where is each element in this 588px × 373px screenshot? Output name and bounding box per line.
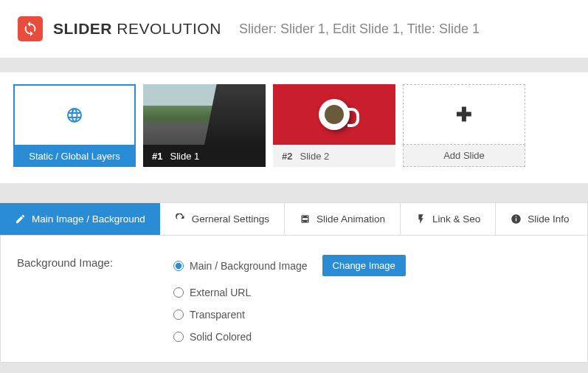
- tab-main-image[interactable]: Main Image / Background: [0, 203, 160, 235]
- plus-icon: ✚: [456, 103, 472, 126]
- slide-card-2[interactable]: #2 Slide 2: [273, 84, 395, 167]
- refresh-icon: [175, 213, 186, 225]
- slide-title: Slide 1: [170, 151, 199, 162]
- radio-main-image[interactable]: Main / Background Image Change Image: [173, 255, 406, 276]
- radio-transparent-input[interactable]: [173, 309, 184, 320]
- radio-main-input[interactable]: [173, 261, 184, 271]
- radio-label: Transparent: [190, 309, 245, 321]
- slide-number: #2: [282, 151, 292, 162]
- brand-title: SLIDER REVOLUTION: [53, 20, 221, 38]
- radio-label: Main / Background Image: [190, 260, 308, 272]
- add-slide-card[interactable]: ✚ Add Slide: [403, 84, 525, 167]
- film-icon: [300, 213, 311, 225]
- app-header: SLIDER REVOLUTION Slider: Slider 1, Edit…: [0, 0, 588, 58]
- radio-label: Solid Colored: [190, 331, 252, 343]
- static-thumb: [13, 84, 136, 145]
- tab-general-settings[interactable]: Gerneral Settings: [160, 203, 285, 235]
- slide-title: Slide 2: [300, 151, 329, 162]
- radio-solid-colored[interactable]: Solid Colored: [173, 331, 406, 343]
- tab-label: Slide Animation: [317, 213, 385, 225]
- slides-panel: Static / Global Layers #1 Slide 1 #2 Sli…: [0, 72, 588, 183]
- info-icon: [511, 213, 522, 225]
- slide-1-thumb: [143, 84, 266, 145]
- change-image-button[interactable]: Change Image: [322, 255, 406, 276]
- bolt-icon: [415, 213, 426, 225]
- add-slide-label: Add Slide: [403, 145, 525, 167]
- slide-number: #1: [152, 151, 162, 162]
- tab-label: Link & Seo: [432, 213, 480, 225]
- radio-external-url[interactable]: External URL: [173, 287, 406, 298]
- slide-2-label: #2 Slide 2: [273, 145, 395, 167]
- tab-label: Main Image / Background: [32, 213, 145, 225]
- svg-rect-2: [516, 216, 516, 217]
- static-layers-label: Static / Global Layers: [13, 145, 136, 167]
- background-radio-group: Main / Background Image Change Image Ext…: [173, 255, 406, 343]
- svg-rect-1: [516, 218, 516, 221]
- add-slide-thumb: ✚: [403, 84, 525, 145]
- radio-external-input[interactable]: [173, 287, 184, 298]
- tab-label: Slide Info: [528, 213, 569, 225]
- tab-label: Gerneral Settings: [192, 213, 269, 225]
- slide-card-1[interactable]: #1 Slide 1: [143, 84, 266, 167]
- breadcrumb: Slider: Slider 1, Edit Slide 1, Title: S…: [239, 21, 480, 37]
- radio-solid-input[interactable]: [173, 332, 184, 342]
- tab-slide-info[interactable]: Slide Info: [496, 203, 584, 235]
- settings-tabs: Main Image / Background Gerneral Setting…: [0, 202, 588, 236]
- pencil-icon: [15, 213, 26, 225]
- tab-link-seo[interactable]: Link & Seo: [401, 203, 496, 235]
- tab-slide-animation[interactable]: Slide Animation: [285, 203, 401, 235]
- slide-2-thumb: [273, 84, 395, 145]
- globe-icon: [66, 106, 83, 124]
- static-layers-card[interactable]: Static / Global Layers: [13, 84, 136, 167]
- background-image-label: Background Image:: [17, 255, 173, 269]
- radio-label: External URL: [190, 287, 251, 298]
- slide-1-label: #1 Slide 1: [143, 145, 266, 167]
- logo-icon: [18, 16, 43, 41]
- background-settings-panel: Background Image: Main / Background Imag…: [0, 236, 588, 363]
- radio-transparent[interactable]: Transparent: [173, 309, 406, 321]
